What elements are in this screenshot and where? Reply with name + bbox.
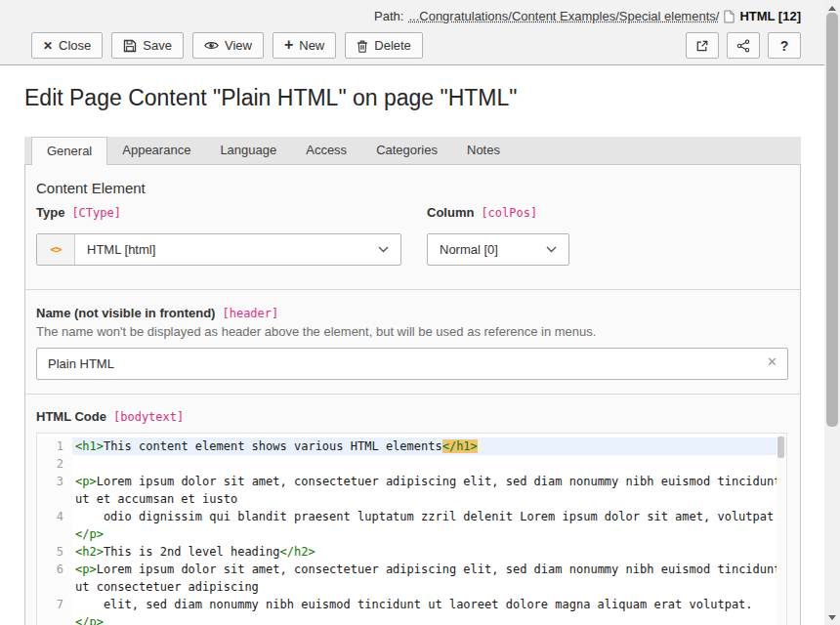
tab-general[interactable]: General <box>31 137 107 165</box>
line-number <box>37 525 72 543</box>
code-line[interactable]: 2 <box>37 455 786 473</box>
document-icon <box>724 10 735 23</box>
save-button-label: Save <box>143 38 172 53</box>
plus-icon: + <box>284 37 293 53</box>
code-line[interactable]: ut consectetuer adipiscing <box>37 578 786 596</box>
section-title-content-element: Content Element <box>36 180 146 196</box>
code-line-content: <p>Lorem ipsum dolor sit amet, consectet… <box>72 473 786 490</box>
code-line[interactable]: </p> <box>37 613 786 625</box>
document-reference: HTML [12] <box>739 9 801 23</box>
code-line-content: ut consectetuer adipiscing <box>72 578 786 596</box>
code-token: odio dignissim qui blandit praesent lupt… <box>75 510 780 523</box>
tab-access[interactable]: Access <box>291 137 361 164</box>
toolbar-left: ✕ Close Save View <box>31 32 423 59</box>
line-number <box>37 578 72 596</box>
save-button[interactable]: Save <box>111 32 184 59</box>
code-token: </p> <box>75 615 104 625</box>
section-divider <box>25 289 800 290</box>
save-icon <box>123 39 137 53</box>
line-number: 7 <box>37 596 72 613</box>
code-line-content: <h1>This content element shows various H… <box>72 438 786 455</box>
code-token: <p> <box>75 562 97 576</box>
code-line[interactable]: 5<h2>This is 2nd level heading</h2> <box>37 543 786 561</box>
tab-appearance[interactable]: Appearance <box>107 137 205 164</box>
code-line[interactable]: ut et accumsan et iusto <box>37 490 786 508</box>
share-button[interactable] <box>727 32 760 59</box>
editor-scrollbar[interactable] <box>777 435 785 625</box>
tab-bar: General Appearance Language Access Categ… <box>24 137 801 164</box>
tab-categories[interactable]: Categories <box>361 137 452 164</box>
line-number: 5 <box>37 543 72 561</box>
path-label: Path: <box>374 9 403 23</box>
general-tab-panel: Content Element Type[CType] Column[colPo… <box>24 164 801 625</box>
open-in-new-window-button[interactable] <box>686 32 719 59</box>
name-field-code: [header] <box>222 307 278 320</box>
type-select-value: HTML [html] <box>75 242 378 257</box>
code-line-content: odio dignissim qui blandit praesent lupt… <box>72 508 786 525</box>
scrollbar-thumb[interactable] <box>826 13 838 427</box>
scrollbar-up-arrow[interactable] <box>828 6 836 11</box>
toolbar-right: ? <box>686 32 801 59</box>
share-icon <box>736 39 750 53</box>
clear-icon[interactable]: ✕ <box>767 355 777 368</box>
help-button[interactable]: ? <box>768 32 801 59</box>
code-token: </h1> <box>442 439 478 453</box>
code-line[interactable]: </p> <box>37 525 786 543</box>
page-title: Edit Page Content "Plain HTML" on page "… <box>24 85 517 111</box>
path-link[interactable]: ...Congratulations/Content Examples/Spec… <box>408 9 719 23</box>
code-token: Lorem ipsum dolor sit amet, consectetuer… <box>97 562 781 576</box>
type-field-label: Type[CType] <box>36 203 121 221</box>
code-line-content: </p> <box>72 613 786 625</box>
code-line[interactable]: 1<h1>This content element shows various … <box>37 438 786 455</box>
new-button[interactable]: + New <box>273 32 336 59</box>
code-token: <h2> <box>75 545 104 559</box>
column-field-code: [colPos] <box>481 206 537 220</box>
name-input-wrap: ✕ <box>36 348 788 380</box>
code-token: This content element shows various HTML … <box>104 439 442 453</box>
code-line[interactable]: 6<p>Lorem ipsum dolor sit amet, consecte… <box>37 561 786 578</box>
code-token: ut consectetuer adipiscing <box>75 580 259 594</box>
line-number: 3 <box>37 473 72 490</box>
scrollbar-down-arrow[interactable] <box>828 615 836 620</box>
column-field-label: Column[colPos] <box>427 203 537 221</box>
code-editor[interactable]: 1<h1>This content element shows various … <box>36 433 787 625</box>
code-token: <p> <box>75 475 97 488</box>
name-input[interactable] <box>36 348 788 380</box>
line-number <box>37 613 72 625</box>
chevron-down-icon <box>546 246 557 253</box>
page-scrollbar[interactable] <box>824 0 840 625</box>
html-code-field-label: HTML Code[bodytext] <box>36 407 184 425</box>
line-number: 4 <box>37 508 72 525</box>
code-line-content <box>72 455 786 473</box>
editor-scrollbar-thumb[interactable] <box>777 437 784 458</box>
type-select[interactable]: <> HTML [html] <box>36 233 401 266</box>
chevron-down-icon <box>378 246 389 253</box>
code-line[interactable]: 4 odio dignissim qui blandit praesent lu… <box>37 508 786 525</box>
view-button[interactable]: View <box>192 32 264 59</box>
close-button-label: Close <box>59 38 91 53</box>
close-icon: ✕ <box>43 40 53 52</box>
tab-notes[interactable]: Notes <box>452 137 515 164</box>
code-token: ut et accumsan et iusto <box>75 492 237 506</box>
close-button[interactable]: ✕ Close <box>31 32 103 59</box>
column-select[interactable]: Normal [0] <box>427 233 569 266</box>
line-number: 1 <box>37 438 72 455</box>
external-link-icon <box>695 39 709 53</box>
name-field-help: The name won't be displayed as header ab… <box>36 324 596 339</box>
line-number <box>37 490 72 508</box>
top-bar: Path: ...Congratulations/Content Example… <box>0 0 824 65</box>
code-line-content: ut et accumsan et iusto <box>72 490 786 508</box>
code-line-content: <h2>This is 2nd level heading</h2> <box>72 543 786 561</box>
line-number: 6 <box>37 561 72 578</box>
eye-icon <box>204 40 219 51</box>
code-line[interactable]: 3<p>Lorem ipsum dolor sit amet, consecte… <box>37 473 786 490</box>
code-line-content: <p>Lorem ipsum dolor sit amet, consectet… <box>72 561 786 578</box>
breadcrumb: Path: ...Congratulations/Content Example… <box>374 9 801 23</box>
code-editor-rows: 1<h1>This content element shows various … <box>37 438 786 625</box>
name-field-label: Name (not visible in frontend)[header] <box>36 304 278 321</box>
code-line[interactable]: 7 elit, sed diam nonummy nibh euismod ti… <box>37 596 786 613</box>
trash-icon <box>357 39 368 53</box>
tab-language[interactable]: Language <box>205 137 291 164</box>
code-token: This is 2nd level heading <box>104 545 280 559</box>
delete-button[interactable]: Delete <box>345 32 423 59</box>
